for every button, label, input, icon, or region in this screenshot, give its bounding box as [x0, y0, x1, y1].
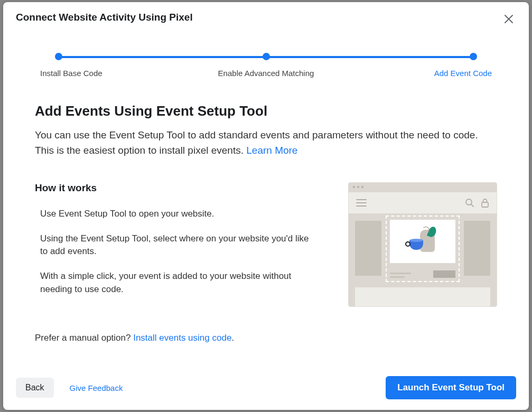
progress-stepper: Install Base Code Enable Advanced Matchi…: [3, 26, 529, 78]
step-label: Enable Advanced Matching: [218, 69, 314, 78]
lock-icon: [481, 198, 489, 208]
plant-cup-illustration: [404, 226, 441, 257]
svg-line-1: [471, 204, 473, 207]
modal-footer: Back Give Feedback Launch Event Setup To…: [3, 369, 529, 410]
learn-more-link[interactable]: Learn More: [246, 145, 297, 156]
step-enable-advanced-matching: Enable Advanced Matching: [213, 53, 319, 78]
give-feedback-link[interactable]: Give Feedback: [70, 383, 123, 392]
modal-header: Connect Website Activity Using Pixel: [3, 2, 529, 26]
event-setup-illustration: [348, 182, 497, 307]
step-dot-icon: [470, 53, 477, 60]
page-title: Add Events Using Event Setup Tool: [35, 103, 497, 119]
modal-title: Connect Website Activity Using Pixel: [16, 12, 193, 23]
step-install-base-code: Install Base Code: [40, 53, 146, 78]
pixel-setup-modal: Connect Website Activity Using Pixel Ins…: [3, 2, 529, 410]
modal-content: Add Events Using Event Setup Tool You ca…: [3, 78, 529, 369]
step-label: Add Event Code: [434, 69, 492, 78]
how-it-works-heading: How it works: [35, 182, 327, 194]
page-description: You can use the Event Setup Tool to add …: [35, 128, 497, 158]
how-it-works-item: With a simple click, your event is added…: [40, 270, 327, 296]
how-it-works-item: Using the Event Setup Tool, select where…: [40, 232, 327, 258]
manual-option-row: Prefer a manual option? Install events u…: [35, 333, 497, 343]
window-dots-icon: [353, 186, 363, 188]
how-it-works-section: How it works Use Event Setup Tool to ope…: [35, 182, 327, 307]
step-dot-icon: [55, 53, 62, 60]
how-it-works-item: Use Event Setup Tool to open your websit…: [40, 208, 327, 221]
manual-option-prefix: Prefer a manual option?: [35, 333, 133, 343]
back-button[interactable]: Back: [16, 378, 54, 398]
hamburger-icon: [356, 199, 367, 207]
launch-event-setup-tool-button[interactable]: Launch Event Setup Tool: [386, 376, 516, 399]
close-icon[interactable]: [501, 12, 516, 26]
step-add-event-code: Add Event Code: [386, 53, 492, 78]
svg-rect-2: [482, 202, 488, 207]
svg-point-0: [466, 199, 472, 205]
step-label: Install Base Code: [40, 69, 102, 78]
install-events-code-link[interactable]: Install events using code: [133, 333, 231, 343]
step-dot-icon: [263, 53, 270, 60]
manual-option-suffix: .: [231, 333, 234, 343]
search-icon: [465, 198, 474, 208]
